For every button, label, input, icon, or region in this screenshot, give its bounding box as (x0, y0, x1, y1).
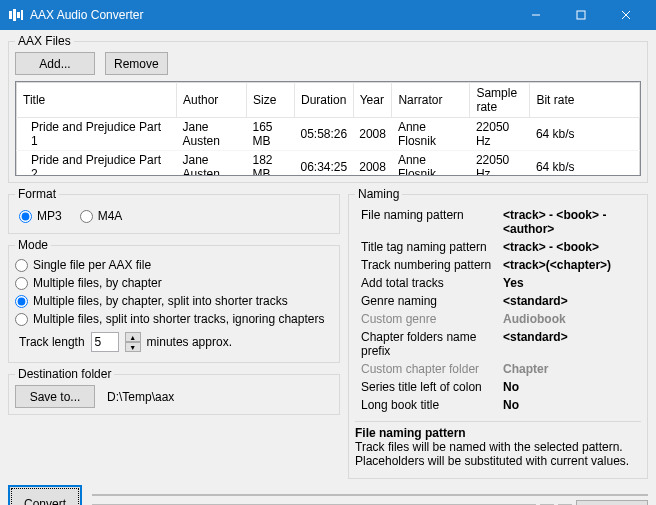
mode-split-ignore[interactable]: Multiple files, split into shorter track… (15, 310, 333, 328)
progress-bar-overall (92, 494, 648, 496)
col-narrator[interactable]: Narrator (392, 83, 470, 118)
maximize-button[interactable] (558, 0, 603, 30)
window-title: AAX Audio Converter (30, 8, 513, 22)
col-size[interactable]: Size (247, 83, 295, 118)
naming-row[interactable]: File naming pattern<track> - <book> - <a… (357, 207, 639, 237)
track-length-input[interactable] (91, 332, 119, 352)
format-group: Format MP3 M4A (8, 187, 340, 234)
mode-legend: Mode (15, 238, 51, 252)
format-m4a[interactable]: M4A (80, 207, 123, 225)
naming-row[interactable]: Title tag naming pattern<track> - <book> (357, 239, 639, 255)
track-length-suffix: minutes approx. (147, 335, 232, 349)
col-author[interactable]: Author (177, 83, 247, 118)
svg-rect-2 (17, 12, 20, 18)
format-legend: Format (15, 187, 59, 201)
naming-row[interactable]: Custom chapter folderChapter (357, 361, 639, 377)
naming-group: Naming File naming pattern<track> - <boo… (348, 187, 648, 479)
mode-group: Mode Single file per AAX file Multiple f… (8, 238, 340, 363)
naming-row[interactable]: Series title left of colonNo (357, 379, 639, 395)
table-row[interactable]: Pride and Prejudice Part 1Jane Austen165… (17, 118, 640, 151)
naming-row[interactable]: Long book titleNo (357, 397, 639, 413)
col-sample[interactable]: Sample rate (470, 83, 530, 118)
svg-rect-1 (13, 9, 16, 21)
abort-button[interactable]: Abort (576, 500, 648, 505)
col-duration[interactable]: Duration (295, 83, 354, 118)
svg-rect-3 (21, 10, 23, 20)
naming-help-title: File naming pattern (355, 426, 641, 440)
destination-legend: Destination folder (15, 367, 114, 381)
col-title[interactable]: Title (17, 83, 177, 118)
naming-row[interactable]: Chapter folders name prefix<standard> (357, 329, 639, 359)
table-row[interactable]: Pride and Prejudice Part 2Jane Austen182… (17, 151, 640, 177)
naming-row[interactable]: Track numbering pattern<track>(<chapter>… (357, 257, 639, 273)
format-mp3[interactable]: MP3 (19, 207, 62, 225)
mode-single[interactable]: Single file per AAX file (15, 256, 333, 274)
close-button[interactable] (603, 0, 648, 30)
svg-rect-0 (9, 11, 12, 19)
spin-down[interactable]: ▼ (125, 342, 141, 352)
app-icon (8, 7, 24, 23)
aax-files-legend: AAX Files (15, 34, 74, 48)
naming-row[interactable]: Custom genreAudiobook (357, 311, 639, 327)
naming-row[interactable]: Add total tracksYes (357, 275, 639, 291)
mode-chapter-split[interactable]: Multiple files, by chapter, split into s… (15, 292, 333, 310)
mode-chapter[interactable]: Multiple files, by chapter (15, 274, 333, 292)
track-length-label: Track length (19, 335, 85, 349)
col-bitrate[interactable]: Bit rate (530, 83, 640, 118)
destination-path: D:\Temp\aax (105, 387, 333, 407)
convert-button[interactable]: Convert (8, 485, 82, 505)
title-bar: AAX Audio Converter (0, 0, 656, 30)
save-to-button[interactable]: Save to... (15, 385, 95, 408)
naming-row[interactable]: Genre naming<standard> (357, 293, 639, 309)
aax-files-group: AAX Files Add... Remove Title Author Siz… (8, 34, 648, 183)
svg-rect-5 (577, 11, 585, 19)
file-table[interactable]: Title Author Size Duration Year Narrator… (15, 81, 641, 176)
naming-help-text: Track files will be named with the selec… (355, 440, 641, 468)
col-year[interactable]: Year (353, 83, 392, 118)
naming-table[interactable]: File naming pattern<track> - <book> - <a… (355, 205, 641, 415)
spin-up[interactable]: ▲ (125, 332, 141, 342)
add-button[interactable]: Add... (15, 52, 95, 75)
naming-legend: Naming (355, 187, 402, 201)
destination-group: Destination folder Save to... D:\Temp\aa… (8, 367, 340, 415)
minimize-button[interactable] (513, 0, 558, 30)
remove-button[interactable]: Remove (105, 52, 168, 75)
